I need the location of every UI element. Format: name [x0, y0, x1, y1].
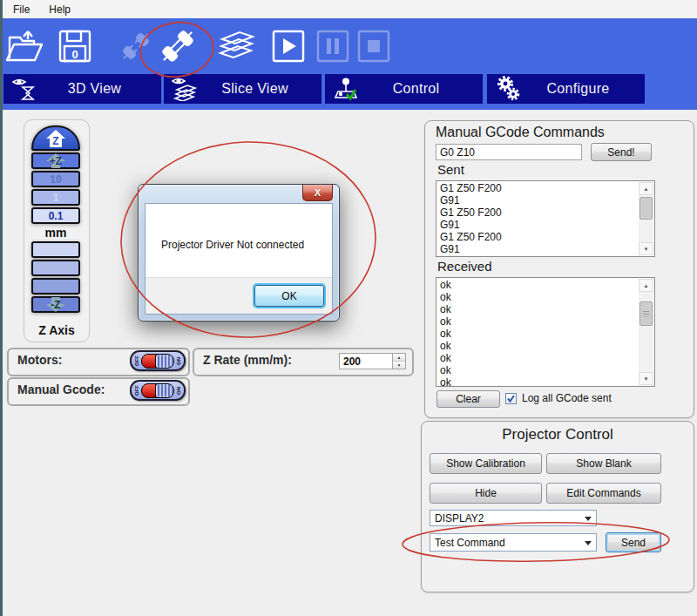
z-home-button[interactable]: Z: [31, 125, 80, 151]
slice-icon[interactable]: [217, 26, 257, 66]
dialog-message: Projector Driver Not connected: [161, 239, 304, 251]
motors-label: Motors:: [17, 353, 62, 367]
connect-plug-icon[interactable]: [158, 26, 198, 66]
svg-text:0: 0: [71, 48, 78, 61]
spin-up-icon[interactable]: ▲: [393, 354, 405, 362]
toggle-track: [141, 383, 174, 398]
toggle-on-label: ON: [176, 357, 181, 365]
gcode-send-button[interactable]: Send!: [591, 143, 652, 161]
test-command-value: Test Command: [435, 537, 505, 549]
svg-text:Z: Z: [52, 135, 58, 147]
chevron-down-icon: [585, 541, 592, 549]
z-rate-spinner[interactable]: ▲▼: [393, 353, 406, 369]
scroll-down-icon[interactable]: ▼: [639, 372, 653, 385]
sent-line: G1 Z50 F200: [440, 206, 639, 219]
tab-label: 3D View: [40, 81, 161, 97]
toggle-on-label: ON: [176, 387, 181, 395]
tab-configure[interactable]: Configure: [487, 74, 645, 104]
tab-3d-view[interactable]: 3D View: [3, 74, 161, 104]
received-line: ok: [440, 279, 639, 291]
scroll-down-icon[interactable]: ▼: [639, 242, 653, 255]
ok-button[interactable]: OK: [254, 285, 324, 307]
toggle-knob[interactable]: [155, 355, 173, 368]
projector-send-button[interactable]: Send: [606, 532, 661, 552]
projector-warning-dialog: X Projector Driver Not connected OK: [138, 184, 340, 322]
show-calibration-button[interactable]: Show Calibration: [430, 453, 542, 474]
sent-label: Sent: [437, 162, 464, 177]
sent-line: G1 Z50 F200: [440, 182, 639, 194]
scroll-thumb[interactable]: [639, 197, 653, 220]
projector-panel: Projector Control Show Calibration Show …: [421, 421, 694, 592]
app-window: File Help 0: [0, 0, 697, 616]
toggle-off-label: OFF: [134, 355, 139, 366]
z-down-step-button-2[interactable]: [31, 260, 80, 276]
z-step-1-button[interactable]: 1: [31, 189, 80, 206]
window-left-border: [0, 0, 3, 616]
received-line: ok: [440, 328, 639, 340]
received-scrollbar[interactable]: ▲ ▼: [639, 279, 653, 385]
projector-panel-title: Projector Control: [422, 426, 694, 443]
scroll-up-icon[interactable]: ▲: [639, 182, 653, 195]
received-line: ok: [440, 291, 639, 303]
toggle-knob[interactable]: [155, 384, 173, 397]
clear-button[interactable]: Clear: [436, 390, 500, 408]
z-up-button[interactable]: +Z: [31, 152, 80, 169]
sent-listbox[interactable]: G1 Z50 F200 G91 G1 Z50 F200 G91 G1 Z50 F…: [436, 180, 655, 257]
z-step-10-button[interactable]: 10: [31, 171, 80, 187]
close-icon[interactable]: X: [302, 185, 333, 201]
received-line: ok: [440, 340, 639, 352]
gcode-command-input[interactable]: [436, 144, 582, 160]
z-step-0-1-button[interactable]: 0.1: [31, 207, 80, 224]
sent-scrollbar[interactable]: ▲ ▼: [639, 182, 653, 255]
toggle-track: [141, 354, 174, 369]
log-gcode-checkbox[interactable]: [505, 393, 517, 404]
z-rate-input[interactable]: [339, 353, 393, 369]
z-rate-label: Z Rate (mm/m):: [203, 353, 292, 367]
sent-line: G91: [440, 219, 639, 231]
display-select-value: DISPLAY2: [435, 512, 484, 525]
z-down-button[interactable]: -Z: [31, 296, 80, 313]
received-line: ok: [440, 303, 639, 315]
spin-down-icon[interactable]: ▼: [393, 362, 405, 369]
menu-file[interactable]: File: [4, 2, 38, 17]
toggle-off-label: OFF: [134, 385, 139, 396]
dialog-body: Projector Driver Not connected OK: [145, 203, 333, 315]
edit-commands-button[interactable]: Edit Commands: [546, 483, 661, 504]
tab-control[interactable]: Control: [325, 74, 483, 104]
show-blank-button[interactable]: Show Blank: [546, 453, 661, 474]
tab-label: Slice View: [200, 81, 321, 97]
unit-label: mm: [31, 226, 80, 240]
disconnect-plug-icon: [116, 26, 156, 66]
tab-slice-view[interactable]: Slice View: [164, 74, 321, 104]
chevron-down-icon: [585, 517, 592, 525]
received-line: ok: [440, 315, 639, 328]
tab-label: Control: [362, 81, 483, 97]
gcode-panel-title: Manual GCode Commands: [436, 125, 605, 140]
hide-button[interactable]: Hide: [430, 483, 542, 504]
received-listbox[interactable]: ok ok ok ok ok ok ok ok ok ▲ ▼: [436, 277, 655, 387]
toolbar: 0: [3, 18, 697, 74]
stop-icon: [354, 26, 394, 66]
received-line: ok: [440, 364, 639, 376]
test-command-select[interactable]: Test Command: [430, 533, 597, 552]
check-icon: [506, 394, 516, 403]
menu-help[interactable]: Help: [40, 2, 79, 17]
motors-group: Motors: OFF ON: [7, 348, 190, 376]
display-select[interactable]: DISPLAY2: [430, 510, 597, 526]
open-file-icon[interactable]: [4, 26, 44, 66]
scroll-up-icon[interactable]: ▲: [639, 279, 653, 292]
sent-line: G91: [440, 243, 639, 255]
received-line: ok: [440, 352, 639, 364]
z-down-step-button-3[interactable]: [31, 278, 80, 294]
scroll-thumb[interactable]: [639, 301, 653, 326]
motors-toggle[interactable]: OFF ON: [130, 350, 186, 371]
tab-label: Configure: [524, 81, 645, 97]
save-file-icon[interactable]: 0: [55, 26, 95, 66]
home-icon: Z: [44, 128, 67, 149]
manual-gcode-toggle[interactable]: OFF ON: [130, 380, 186, 401]
sent-line: G1 Z50 F200: [440, 231, 639, 243]
play-icon[interactable]: [268, 26, 308, 66]
log-gcode-label: Log all GCode sent: [522, 392, 612, 404]
z-axis-panel: Z +Z 10 1 0.1 mm -Z Z Axis: [24, 119, 90, 342]
z-down-step-button-1[interactable]: [31, 241, 80, 258]
